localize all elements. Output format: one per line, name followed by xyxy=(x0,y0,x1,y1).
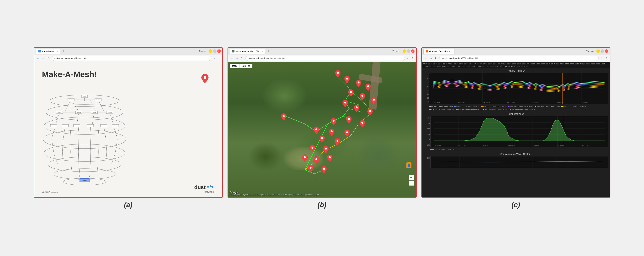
menu-icon-c[interactable]: ⋮ xyxy=(604,56,608,60)
tab-close-b[interactable]: × xyxy=(262,50,263,52)
address-bar-a[interactable] xyxy=(52,56,211,61)
make-a-mesh-title: Make-A-Mesh! xyxy=(42,70,97,79)
reload-button-c[interactable]: ↻ xyxy=(434,56,438,60)
legend-label-s9: s3x: 00-17-0d-00-00-60-2a-4d xyxy=(478,65,502,67)
network-graph: 60-1e-af 60-19-07 60-18-af 55-ca-bd 38-1… xyxy=(36,82,133,193)
tab-b[interactable]: Make-A-Mesh! Map - 3D... × xyxy=(230,48,265,54)
bookmark-icon-c[interactable]: ☆ xyxy=(600,56,604,60)
y-solar-750: 750 xyxy=(424,122,430,124)
street-view-icon[interactable]: 👤 xyxy=(406,162,412,168)
toolbar-icons-b: ☆ ⋮ xyxy=(406,56,414,60)
y-solar-500: 500 xyxy=(424,128,430,130)
chart-solar-title: Solar Irradiance xyxy=(424,113,608,115)
titlebar-b: Make-A-Mesh! Map - 3D... × + Thomas − □ … xyxy=(228,48,416,55)
minimize-button-a[interactable]: − xyxy=(209,50,212,53)
tab-a[interactable]: Make-A-Mesh! × xyxy=(36,48,60,54)
svg-text:9/1 16:00: 9/1 16:00 xyxy=(582,145,588,147)
svg-text:60-1e-af: 60-1e-af xyxy=(82,96,86,97)
legend2-dot-rh xyxy=(429,106,431,107)
legend2-s6: s3x: 00-17-0d-00-00-60-25-ee xyxy=(429,108,454,110)
location-pin-icon xyxy=(201,74,211,83)
legend2-s2: s3x: 00-17-0d-00-00-38-3d-7d xyxy=(481,106,506,108)
zoom-in-button[interactable]: + xyxy=(409,175,414,180)
address-bar-c[interactable] xyxy=(439,56,599,61)
forward-button-c[interactable]: → xyxy=(429,56,433,60)
y-tick-0: 0 xyxy=(424,101,429,103)
user-name-a: Thomas xyxy=(199,50,206,52)
new-tab-button-a[interactable]: + xyxy=(61,50,66,53)
close-button-a[interactable]: × xyxy=(217,50,221,53)
chart-solar-area: 8/30 16:00 8/31 00:00 8/31 08:00 8/31 16… xyxy=(430,116,608,147)
minimize-button-b[interactable]: − xyxy=(402,50,406,53)
legend-dot-s5 xyxy=(554,64,556,64)
map-type-map[interactable]: Map xyxy=(230,64,239,68)
tab-c[interactable]: Grafana - Bucks Lake × xyxy=(424,48,455,54)
svg-line-36 xyxy=(78,139,79,152)
zoom-out-button[interactable]: − xyxy=(409,180,414,186)
screenshot-b: Make-A-Mesh! Map - 3D... × + Thomas − □ … xyxy=(228,47,417,209)
svg-line-26 xyxy=(63,126,65,138)
solar-legend-label: 00-17-0d-00-00-38-3d-7d xyxy=(435,148,454,150)
svg-point-5 xyxy=(44,144,125,162)
legend-s6: s3x: 00-17-0d-00-00-60-1d-0f xyxy=(580,63,605,65)
dust-logo-icon xyxy=(207,184,214,190)
new-tab-button-b[interactable]: + xyxy=(266,50,271,53)
back-button-a[interactable]: ← xyxy=(36,56,40,60)
svg-point-7 xyxy=(54,168,116,180)
legend2-label-s1: s3x: 00-17-0d-00-00-38-3d-71 xyxy=(456,106,480,108)
close-button-c[interactable]: × xyxy=(605,50,608,53)
map-clearings xyxy=(284,147,323,170)
chart-solar: Solar Irradiance 1.0K 750 500 250 0 -250 xyxy=(424,113,608,147)
y-tick-10: 10 xyxy=(424,97,429,99)
legend-dot-s4 xyxy=(528,64,529,64)
svg-text:9/1 08:00: 9/1 08:00 xyxy=(557,102,563,104)
close-button-b[interactable]: × xyxy=(411,50,414,53)
svg-text:60-24-bc: 60-24-bc xyxy=(102,126,106,126)
maximize-button-b[interactable]: □ xyxy=(407,50,410,53)
y-solar--250: -250 xyxy=(424,144,430,146)
legend2-s1: s3x: 00-17-0d-00-00-38-3d-71 xyxy=(454,106,480,108)
y-tick-60: 60 xyxy=(424,78,429,80)
tab-close-a[interactable]: × xyxy=(57,50,58,52)
titlebar-c: Grafana - Bucks Lake × + Thomas − □ × xyxy=(422,48,610,55)
legend2-label-s7: s3x: 00-17-0d-00-00-60-29-37 xyxy=(458,108,481,110)
new-tab-button-c[interactable]: + xyxy=(456,50,460,53)
maximize-button-a[interactable]: □ xyxy=(213,50,216,53)
svg-text:8/30 16:00: 8/30 16:00 xyxy=(433,102,440,104)
tab-close-c[interactable]: × xyxy=(451,50,452,52)
y-tick-70: 70 xyxy=(424,74,429,76)
y-solar-1.0k: 1.0K xyxy=(424,117,430,119)
bookmark-icon-a[interactable]: ☆ xyxy=(212,56,216,60)
back-button-c[interactable]: ← xyxy=(424,56,428,60)
svg-text:38-40-e4: 38-40-e4 xyxy=(88,126,92,126)
chart-humidity-title: Relative Humidity xyxy=(424,70,608,72)
menu-icon-b[interactable]: ⋮ xyxy=(411,56,414,60)
tab-title-c: Grafana - Bucks Lake xyxy=(430,50,450,52)
legend-s10: s3x: 00-17-0d-00-00-60-2a-ce xyxy=(503,65,528,67)
svg-point-4 xyxy=(43,130,126,148)
minimize-button-c[interactable]: − xyxy=(596,50,600,53)
y-tick-30: 30 xyxy=(424,89,429,91)
svg-line-39 xyxy=(106,152,107,164)
panel-a-content: Make-A-Mesh! xyxy=(34,62,222,197)
legend2-label-s5: s3x: 00-17-0d-00-00-60-1d-0f xyxy=(563,106,586,108)
caption-label-b: (b) xyxy=(318,201,326,209)
back-button-b[interactable]: ← xyxy=(230,56,234,60)
svg-line-45 xyxy=(97,164,98,173)
map-type-satellite[interactable]: Satellite xyxy=(239,64,252,68)
forward-button-a[interactable]: → xyxy=(41,56,46,60)
reload-button-a[interactable]: ↻ xyxy=(47,56,50,60)
address-bar-b[interactable] xyxy=(246,56,405,61)
svg-line-38 xyxy=(62,152,63,164)
reload-button-b[interactable]: ↻ xyxy=(240,56,244,60)
svg-point-6 xyxy=(48,157,121,172)
svg-line-43 xyxy=(90,152,91,164)
menu-icon-a[interactable]: ⋮ xyxy=(217,56,221,60)
forward-button-b[interactable]: → xyxy=(235,56,239,60)
svg-line-35 xyxy=(98,139,98,152)
svg-line-13 xyxy=(110,112,114,125)
svg-text:8/31 16:00: 8/31 16:00 xyxy=(508,145,515,147)
maximize-button-c[interactable]: □ xyxy=(600,50,604,53)
svg-marker-172 xyxy=(434,118,605,141)
bookmark-icon-b[interactable]: ☆ xyxy=(406,56,410,60)
